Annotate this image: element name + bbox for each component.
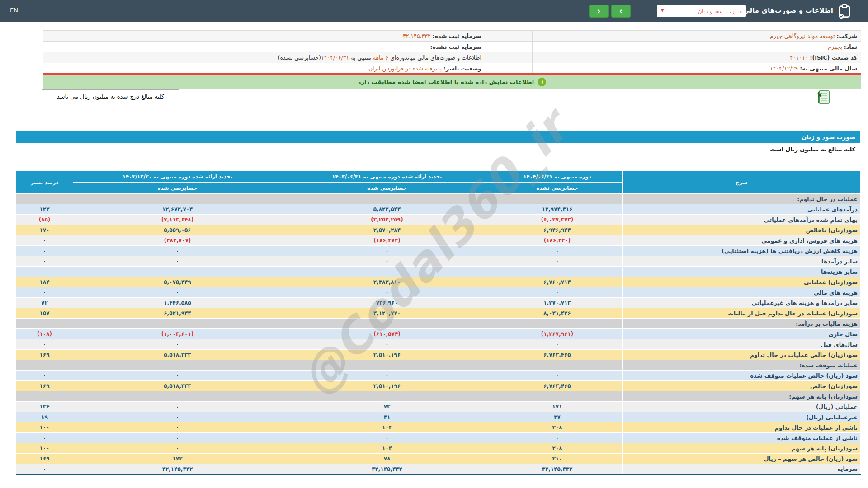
table-row: سرمایه ۳۲,۱۴۵,۳۳۲ ۳۲,۱۴۵,۳۳۲ ۳۲,۱۴۵,۳۳۲ … <box>16 464 861 474</box>
row-label: عملیات در حال تداوم: <box>623 194 861 204</box>
table-row: سود(زیان) خالص ۶,۷۶۳,۴۶۵ ۲,۵۱۰,۱۹۶ ۵,۵۱۸… <box>16 381 861 391</box>
statement-heading: صورت سود و زیان کلیه مبالغ به میلیون ریا… <box>16 131 860 156</box>
value-percent-change: ۱۶۹ <box>16 350 73 360</box>
value-percent-change: ۰ <box>16 464 73 474</box>
row-label: درآمدهای عملیاتی <box>623 204 861 215</box>
value-restated-halfyear: ۰ <box>282 371 492 381</box>
clipboard-icon <box>838 4 851 19</box>
value-restated-halfyear: ۰ <box>282 287 492 298</box>
row-label: هزینه مالیات بر درآمد: <box>623 319 861 329</box>
info-icon: i <box>538 78 546 86</box>
row-label: سایر درآمدها و هزینه های غیرعملیاتی <box>623 298 861 308</box>
language-toggle[interactable]: EN <box>10 7 18 14</box>
table-row: سود(زیان) پایه هر سهم ۲۰۸ ۱۰۴ ۰ ۱۰۰ <box>16 443 861 454</box>
value-restated-halfyear: (۱۸۶,۴۷۴) <box>282 235 492 246</box>
table-row: ناشی از عملیات در حال تداوم ۲۰۸ ۱۰۴ ۰ ۱۰… <box>16 422 861 433</box>
table-row: ناشی از عملیات متوقف شده ۰ ۰ ۰ ۰ <box>16 433 861 443</box>
col-subheader-audited-2: حسابرسی شده <box>73 183 282 194</box>
value-current-period: ۶,۷۶۳,۴۶۵ <box>492 381 623 391</box>
value-restated-annual: ۵,۵۵۹,۰۵۶ <box>73 225 282 235</box>
value-restated-annual <box>73 391 282 402</box>
value-percent-change: ۱۰۰ <box>16 422 73 433</box>
table-row: درآمدهای عملیاتی ۱۲,۹۷۴,۳۱۶ ۵,۸۲۲,۵۴۳ ۱۲… <box>16 204 861 215</box>
value-current-period: ۰ <box>492 246 623 256</box>
row-label: ناشی از عملیات متوقف شده <box>623 433 861 443</box>
value-current-period <box>492 360 623 371</box>
row-label: سرمایه <box>623 464 861 474</box>
table-row: عملیات در حال تداوم: <box>16 194 861 204</box>
registered-capital-value: ۳۲,۱۴۵,۳۳۲ <box>403 33 431 39</box>
value-percent-change: (۱۰۸) <box>16 329 73 339</box>
row-label: سود(زیان) عملیات در حال تداوم قبل از مال… <box>623 308 861 319</box>
table-row: سایر درآمدها و هزینه های غیرعملیاتی ۱,۲۷… <box>16 298 861 308</box>
isic-value: ۴۰۱۰۱۰ <box>790 54 808 61</box>
info-row-fiscal-year: سال مالی منتهی به: ۱۴۰۴/۱۲/۲۹ وضعیت ناشر… <box>43 63 861 74</box>
value-current-period: ۰ <box>492 287 623 298</box>
value-restated-halfyear: ۲,۵۷۰,۲۸۴ <box>282 225 492 235</box>
value-restated-halfyear <box>282 319 492 329</box>
next-statement-button[interactable]: › <box>611 5 631 18</box>
table-row: هزینه های فروش، اداری و عمومی (۱۸۶,۲۳۰) … <box>16 235 861 246</box>
value-percent-change: ۱۸۴ <box>16 277 73 287</box>
value-restated-halfyear <box>282 194 492 204</box>
signature-match-banner: i اطلاعات نمایش داده شده با اطلاعات امضا… <box>43 73 861 89</box>
value-restated-annual: ۵,۵۱۸,۳۳۳ <box>73 381 282 391</box>
row-label: هزینه کاهش ارزش دریافتنی ها (هزینه استثن… <box>623 246 861 256</box>
row-label: سود(زیان) عملیاتی <box>623 277 861 287</box>
value-current-period: ۲۰۸ <box>492 422 623 433</box>
svg-text:X: X <box>817 92 822 99</box>
value-percent-change: (۸۵) <box>16 215 73 225</box>
chevron-right-icon: › <box>619 7 623 15</box>
table-row: عملیاتی (ریال) ۱۷۱ ۷۳ ۰ ۱۳۴ <box>16 402 861 412</box>
table-row: سایر هزینه‌ها ۰ ۰ ۰ ۰ <box>16 267 861 277</box>
row-label: سایر درآمدها <box>623 256 861 267</box>
row-label: سود (زیان) خالص هر سهم – ریال <box>623 454 861 464</box>
value-percent-change <box>16 319 73 329</box>
isic-label: کد صنعت (ISIC): <box>810 54 857 61</box>
value-restated-halfyear: ۷۳ <box>282 402 492 412</box>
value-restated-halfyear <box>282 360 492 371</box>
row-label: سود (زیان) خالص عملیات متوقف شده <box>623 371 861 381</box>
row-label: هزینه های مالی <box>623 287 861 298</box>
value-restated-halfyear: ۳۱ <box>282 412 492 422</box>
value-restated-annual: ۰ <box>73 402 282 412</box>
table-row: هزینه کاهش ارزش دریافتنی ها (هزینه استثن… <box>16 246 861 256</box>
row-label: غیرعملیاتی (ریال) <box>623 412 861 422</box>
value-current-period: ۶,۷۶۳,۴۶۵ <box>492 350 623 360</box>
value-current-period: ۱۲,۹۷۴,۳۱۶ <box>492 204 623 215</box>
value-restated-annual: (۷,۱۱۳,۶۴۸) <box>73 215 282 225</box>
col-header-current-period: دوره منتهی به ۱۴۰۴/۰۶/۳۱ <box>492 171 623 183</box>
value-percent-change: ۰ <box>16 235 73 246</box>
table-row: سال‌های قبل ۰ ۰ ۰ ۰ <box>16 339 861 350</box>
value-restated-halfyear: ۵,۸۲۲,۵۴۳ <box>282 204 492 215</box>
value-restated-annual: ۵,۵۱۸,۳۳۳ <box>73 350 282 360</box>
value-percent-change: ۰ <box>16 256 73 267</box>
table-row: عملیات متوقف شده: <box>16 360 861 371</box>
table-row: سود(زیان) ناخالص ۶,۹۴۶,۹۴۳ ۲,۵۷۰,۲۸۴ ۵,۵… <box>16 225 861 235</box>
value-current-period: ۳۷ <box>492 412 623 422</box>
value-restated-halfyear: (۶۱۰,۵۷۴) <box>282 329 492 339</box>
unregistered-capital-value: ۰ <box>425 43 429 50</box>
row-label: عملیاتی (ریال) <box>623 402 861 412</box>
registered-capital-label: سرمایه ثبت شده: <box>433 33 481 39</box>
value-restated-halfyear: ۰ <box>282 256 492 267</box>
row-label: عملیات متوقف شده: <box>623 360 861 371</box>
table-row: هزینه مالیات بر درآمد: <box>16 319 861 329</box>
period-text: اطلاعات و صورت‌های مالی میاندوره‌ای <box>388 54 481 61</box>
previous-statement-button[interactable]: ‹ <box>589 5 609 18</box>
col-header-description: شرح <box>623 171 861 194</box>
value-percent-change: ۱۶۹ <box>16 454 73 464</box>
audit-status: (حسابرسی نشده) <box>278 54 321 61</box>
value-restated-halfyear: ۷۸ <box>282 454 492 464</box>
table-row: سود(زیان) عملیات در حال تداوم قبل از مال… <box>16 308 861 319</box>
topbar: EN ‹ › ▾ صورت سود و زیان اطلاعات و صورت‌… <box>0 0 868 22</box>
excel-export-icon[interactable]: X <box>816 89 832 105</box>
value-restated-annual: ۰ <box>73 371 282 381</box>
value-restated-annual: ۳۲,۱۴۵,۳۳۲ <box>73 464 282 474</box>
statement-title-bar: صورت سود و زیان <box>16 131 860 143</box>
value-current-period: ۰ <box>492 256 623 267</box>
row-label: سایر هزینه‌ها <box>623 267 861 277</box>
value-current-period: ۲۰۸ <box>492 443 623 454</box>
value-current-period: (۱,۲۶۷,۹۶۱) <box>492 329 623 339</box>
value-restated-halfyear: ۲,۵۱۰,۱۹۶ <box>282 350 492 360</box>
